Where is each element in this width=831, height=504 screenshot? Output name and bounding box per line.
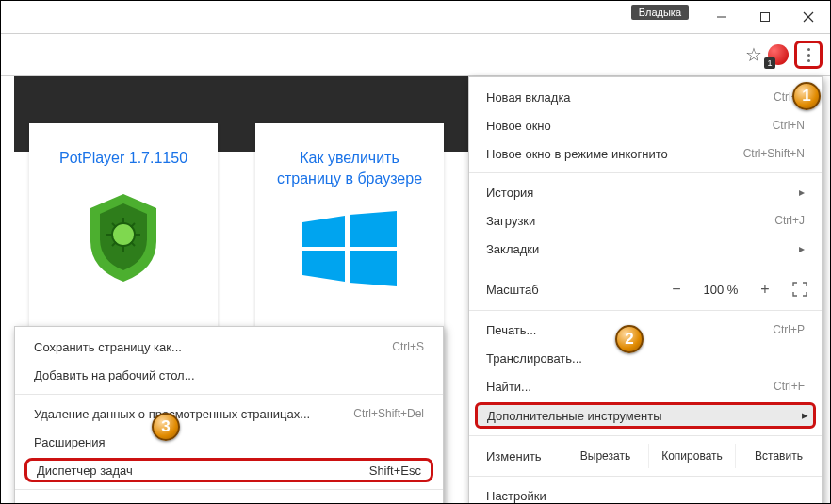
bookmark-star-icon[interactable]: ☆ (745, 43, 762, 66)
submenu-extensions[interactable]: Расширения (15, 428, 443, 456)
svg-marker-14 (350, 211, 397, 247)
extension-icon[interactable]: 1 (768, 44, 789, 65)
chevron-right-icon: ▸ (799, 242, 805, 255)
close-button[interactable] (787, 3, 830, 31)
submenu-clear-data[interactable]: Удаление данных о просмотренных страница… (15, 399, 443, 428)
card-zoom-article[interactable]: Как увеличить страницу в браузере (255, 123, 444, 331)
svg-marker-16 (350, 251, 397, 286)
zoom-in-button[interactable]: + (752, 278, 778, 301)
menu-separator (15, 394, 443, 395)
more-tools-submenu: Сохранить страницу как...Ctrl+S Добавить… (14, 326, 444, 504)
edit-copy-button[interactable]: Копировать (648, 444, 735, 468)
chevron-right-icon: ▸ (799, 186, 805, 199)
menu-separator (469, 476, 822, 477)
menu-downloads[interactable]: ЗагрузкиCtrl+J (469, 206, 822, 235)
antivirus-shield-icon (81, 189, 166, 284)
menu-find[interactable]: Найти...Ctrl+F (469, 372, 822, 400)
menu-separator (469, 268, 822, 268)
edit-label: Изменить (486, 449, 562, 463)
user-badge: Владыка (631, 5, 689, 20)
callout-badge-1: 1 (792, 82, 821, 110)
menu-bookmarks[interactable]: Закладки▸ (469, 235, 822, 263)
fullscreen-icon[interactable] (791, 281, 808, 298)
menu-separator (469, 310, 822, 311)
browser-toolbar: ☆ 1 (1, 33, 830, 76)
zoom-value: 100 % (695, 283, 746, 297)
page-cards: PotPlayer 1.7.1150 Как увеличить страниц… (29, 123, 444, 331)
maximize-button[interactable] (743, 3, 787, 31)
callout-badge-3: 3 (152, 413, 180, 441)
submenu-dev-tools[interactable]: Инструменты разработчикаCtrl+Shift+I (15, 495, 443, 504)
menu-zoom-row: Масштаб − 100 % + (469, 273, 822, 305)
menu-cast[interactable]: Транслировать... (469, 344, 822, 372)
svg-rect-1 (761, 13, 770, 22)
submenu-save-page[interactable]: Сохранить страницу как...Ctrl+S (15, 333, 443, 361)
svg-marker-13 (302, 216, 345, 247)
zoom-out-button[interactable]: − (663, 278, 690, 301)
submenu-add-desktop[interactable]: Добавить на рабочий стол... (15, 361, 443, 389)
main-menu-dropdown: Новая вкладкаCtrl+T Новое окноCtrl+N Нов… (468, 76, 823, 504)
menu-new-tab[interactable]: Новая вкладкаCtrl+T (469, 83, 822, 111)
chevron-right-icon: ▸ (802, 408, 808, 422)
menu-incognito[interactable]: Новое окно в режиме инкогнитоCtrl+Shift+… (469, 139, 822, 168)
card-potplayer[interactable]: PotPlayer 1.7.1150 (29, 123, 218, 331)
callout-badge-2: 2 (615, 325, 644, 353)
card-title: PotPlayer 1.7.1150 (59, 148, 187, 169)
menu-edit-row: Изменить Вырезать Копировать Вставить (469, 441, 822, 471)
menu-history[interactable]: История▸ (469, 178, 822, 206)
edit-paste-button[interactable]: Вставить (735, 444, 822, 468)
menu-more-tools[interactable]: Дополнительные инструменты (475, 402, 816, 429)
svg-marker-15 (302, 251, 345, 282)
edit-cut-button[interactable]: Вырезать (562, 444, 648, 468)
menu-separator (469, 172, 822, 173)
window-titlebar: Владыка (1, 1, 830, 33)
extension-badge: 1 (764, 57, 775, 69)
windows-logo-icon (302, 211, 397, 286)
main-menu-button[interactable] (794, 41, 823, 69)
submenu-task-manager[interactable]: Диспетчер задач Shift+Esc (24, 458, 433, 482)
zoom-label: Масштаб (486, 283, 663, 297)
menu-separator (15, 489, 443, 490)
menu-settings[interactable]: Настройки (469, 481, 822, 504)
menu-new-window[interactable]: Новое окноCtrl+N (469, 111, 822, 139)
menu-print[interactable]: Печать...Ctrl+P (469, 316, 822, 344)
menu-separator (469, 435, 822, 436)
card-title: Как увеличить страницу в браузере (267, 148, 432, 190)
minimize-button[interactable] (700, 3, 743, 31)
